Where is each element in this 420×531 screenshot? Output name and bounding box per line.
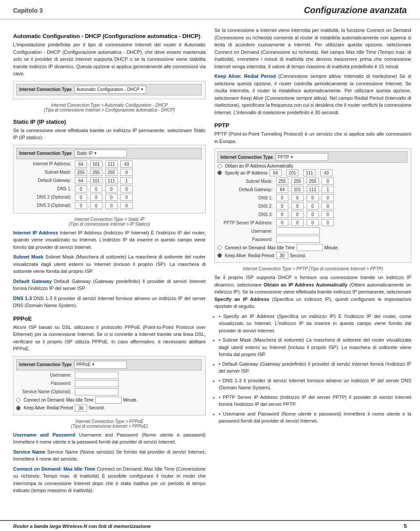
- pptp-dns1-oct1[interactable]: 0: [276, 194, 288, 201]
- ip-oct2[interactable]: 101: [90, 161, 102, 168]
- bullet-item-pptp-server: PPTP Server IP Address (Indirizzo IP del…: [219, 394, 411, 408]
- pppoe-username-input[interactable]: [75, 372, 119, 379]
- pptp-gw-oct4[interactable]: 1: [322, 186, 334, 193]
- dns1-row: DNS 1: 0. 0. 0. 0: [16, 185, 202, 192]
- pptp-dns2-oct1[interactable]: 0: [276, 203, 288, 210]
- pppoe-password-row: Password:: [16, 380, 202, 387]
- pptp-dns1-oct3[interactable]: 0: [307, 194, 319, 201]
- pptp-specify-label: Specify an IP Address: [225, 171, 268, 175]
- dns3-oct1[interactable]: 0: [75, 202, 87, 209]
- pppoe-type-label: Internet Connection Type: [19, 362, 72, 367]
- pptp-password-label: Password:: [217, 237, 274, 242]
- gateway-label: Default Gateway:: [16, 178, 73, 183]
- pptp-server-oct4[interactable]: 0: [322, 219, 334, 226]
- gw-oct4[interactable]: 1: [120, 177, 133, 184]
- pptp-dns1-oct4[interactable]: 0: [322, 194, 334, 201]
- connect-demand-para: Connect on Demand: Max Idle Time Connect…: [13, 465, 206, 494]
- pptp-server-oct3[interactable]: 0: [307, 219, 319, 226]
- pptp-dns3-label: DNS 3:: [217, 212, 274, 217]
- dns2-oct3[interactable]: 0: [105, 194, 118, 201]
- pptp-subnet-oct1[interactable]: 255: [276, 178, 288, 185]
- pptp-connect-demand-radio[interactable]: [217, 245, 222, 250]
- pptp-connect-demand-input[interactable]: [297, 244, 323, 251]
- pptp-dns1-oct2[interactable]: 0: [291, 194, 304, 201]
- pptp-keepalive-value[interactable]: 30: [276, 252, 288, 259]
- dhcp-intro-para: L'impostazione predefinita per il tipo d…: [13, 41, 206, 77]
- subnet-oct2[interactable]: 255: [90, 169, 102, 176]
- pptp-subnet-oct2[interactable]: 255: [291, 178, 304, 185]
- pppoe-connect-demand-input[interactable]: [95, 397, 122, 404]
- pptp-connect-demand-unit: Minute.: [325, 245, 339, 250]
- ip-address-label: Internet IP Address:: [16, 161, 73, 166]
- ip-oct3[interactable]: 111: [105, 161, 118, 168]
- pptp-type-value: PPTP: [278, 155, 289, 160]
- pptp-dns3-oct4[interactable]: 0: [322, 211, 334, 218]
- dns1-oct1[interactable]: 0: [75, 185, 87, 192]
- pptp-specify-oct2[interactable]: 101: [286, 169, 298, 176]
- pptp-dns2-oct2[interactable]: 0: [291, 203, 304, 210]
- gw-oct1[interactable]: 64: [75, 177, 87, 184]
- subnet-oct1[interactable]: 255: [75, 169, 87, 176]
- pptp-gw-oct2[interactable]: 101: [291, 186, 304, 193]
- dhcp-type-select[interactable]: Automatic Configuration - DHCP ▼: [74, 86, 146, 94]
- pptp-specify-radio[interactable]: [217, 171, 222, 175]
- dns1-oct4[interactable]: 0: [120, 185, 133, 192]
- pptp-type-select[interactable]: PPTP ▼: [276, 153, 328, 161]
- pppoe-keepalive-radio[interactable]: [16, 406, 21, 410]
- pppoe-connect-demand-radio[interactable]: [16, 398, 21, 402]
- default-gw-term: Default Gateway: [13, 279, 52, 284]
- pppoe-keepalive-value[interactable]: 30: [75, 405, 87, 412]
- pptp-obtain-auto-radio[interactable]: [217, 164, 222, 168]
- pptp-gw-oct3[interactable]: 111: [307, 186, 319, 193]
- footer-page: 5: [404, 523, 407, 529]
- pppoe-connect-demand-unit: Minute.: [123, 398, 138, 402]
- ip-oct1[interactable]: 64: [75, 161, 87, 168]
- pptp-type-label: Internet Connection Type: [220, 155, 273, 160]
- dns2-label: DNS 2 (Optional):: [16, 195, 73, 199]
- static-ip-ui-box: Internet Connection Type Static IP ▼ Int…: [13, 145, 206, 213]
- static-type-select[interactable]: Static IP ▼: [74, 150, 127, 157]
- subnet-mask-term: Subnet Mask: [13, 254, 43, 259]
- dns2-oct2[interactable]: 0: [90, 194, 102, 201]
- pptp-dns2-row: DNS 2: 0. 0. 0. 0: [217, 203, 407, 210]
- pptp-username-input[interactable]: [276, 227, 320, 234]
- subnet-oct4[interactable]: 0: [120, 169, 133, 176]
- pptp-dns2-oct3[interactable]: 0: [307, 203, 319, 210]
- dns1-input: 0. 0. 0. 0: [75, 185, 133, 192]
- dns2-oct1[interactable]: 0: [75, 194, 87, 201]
- ip-oct4[interactable]: 43: [120, 161, 133, 168]
- pptp-subnet-oct3[interactable]: 255: [307, 178, 319, 185]
- pptp-keepalive-radio[interactable]: [217, 253, 222, 258]
- pppoe-password-input[interactable]: [75, 380, 119, 387]
- dns3-oct2[interactable]: 0: [90, 202, 102, 209]
- pppoe-service-input[interactable]: [75, 388, 119, 395]
- dns1-oct3[interactable]: 0: [105, 185, 118, 192]
- pptp-dns3-oct3[interactable]: 0: [307, 211, 319, 218]
- pptp-dns2-oct4[interactable]: 0: [322, 203, 334, 210]
- pptp-para: PPTP (Point-to-Point Tunneling Protocol)…: [214, 130, 411, 145]
- bullet-item-specify: Specify an IP Address (Specifica un indi…: [219, 313, 411, 335]
- pptp-gw-oct1[interactable]: 64: [276, 186, 288, 193]
- pptp-specify-oct1[interactable]: 64: [270, 169, 282, 176]
- pptp-server-oct2[interactable]: 0: [291, 219, 304, 226]
- dns3-oct4[interactable]: 0: [120, 202, 133, 209]
- subnet-mask-row: Subnet Mask: 255. 255. 255. 0: [16, 169, 202, 176]
- pptp-dns3-oct1[interactable]: 0: [276, 211, 288, 218]
- dns3-oct3[interactable]: 0: [105, 202, 118, 209]
- subnet-oct3[interactable]: 255: [105, 169, 118, 176]
- gw-oct2[interactable]: 101: [90, 177, 102, 184]
- bullet-item-dns: DNS 1-3 Il provider di servizi Internet …: [219, 377, 411, 391]
- pppoe-type-select[interactable]: PPPoE ▼: [74, 361, 127, 369]
- pptp-specify-oct3[interactable]: 111: [303, 169, 315, 176]
- subnet-mask-input: 255. 255. 255. 0: [75, 169, 133, 176]
- internet-ip-term: Internet IP Address: [13, 230, 58, 235]
- gw-oct3[interactable]: 111: [105, 177, 118, 184]
- dns1-oct2[interactable]: 0: [90, 185, 102, 192]
- dns2-oct4[interactable]: 0: [120, 194, 133, 201]
- static-select-arrow: ▼: [94, 151, 97, 155]
- pptp-dns3-oct2[interactable]: 0: [291, 211, 304, 218]
- pptp-subnet-oct4[interactable]: 0: [322, 178, 334, 185]
- pptp-server-oct1[interactable]: 0: [276, 219, 288, 226]
- pptp-password-input[interactable]: [276, 236, 320, 243]
- pptp-specify-oct4[interactable]: 43: [320, 169, 332, 176]
